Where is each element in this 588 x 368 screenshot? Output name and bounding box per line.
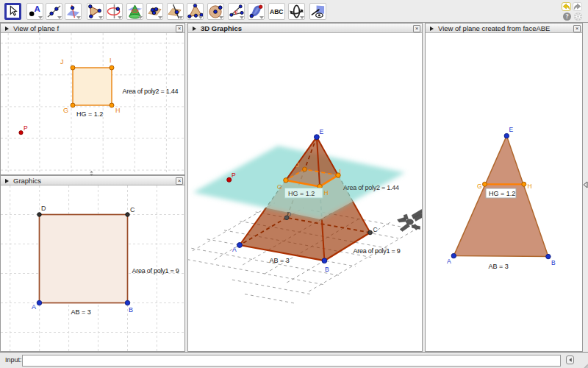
svg-text:C: C bbox=[373, 226, 378, 233]
svg-text:ABC: ABC bbox=[270, 8, 284, 15]
svg-text:HG = 1.2: HG = 1.2 bbox=[489, 190, 515, 197]
svg-text:G: G bbox=[477, 183, 482, 190]
svg-text:A: A bbox=[34, 4, 40, 13]
svg-text:AB = 3: AB = 3 bbox=[71, 308, 91, 316]
svg-text:Area of poly2 = 1.44: Area of poly2 = 1.44 bbox=[123, 88, 179, 95]
svg-text:I: I bbox=[340, 168, 341, 175]
svg-text:G: G bbox=[63, 107, 68, 114]
svg-text:E: E bbox=[509, 126, 514, 133]
svg-text:A: A bbox=[232, 246, 237, 253]
svg-text:AB = 3: AB = 3 bbox=[489, 263, 509, 270]
svg-text:B: B bbox=[325, 266, 329, 273]
svg-text:D: D bbox=[287, 210, 291, 218]
svg-text:Area of poly2 = 1.44: Area of poly2 = 1.44 bbox=[343, 184, 399, 191]
svg-text:A: A bbox=[32, 303, 36, 311]
svg-text:B: B bbox=[551, 259, 556, 266]
svg-text:AB = 3: AB = 3 bbox=[270, 257, 290, 264]
svg-text:B: B bbox=[129, 306, 133, 314]
svg-text:E: E bbox=[320, 128, 324, 135]
svg-text:A: A bbox=[447, 258, 451, 265]
svg-text:H: H bbox=[324, 189, 329, 197]
svg-text:Area of poly1 = 9: Area of poly1 = 9 bbox=[354, 247, 401, 255]
svg-text:J: J bbox=[60, 58, 64, 66]
svg-text:P: P bbox=[24, 124, 28, 132]
svg-text:J: J bbox=[296, 161, 299, 169]
svg-text:D: D bbox=[41, 205, 46, 212]
svg-text:C: C bbox=[130, 206, 135, 213]
svg-text:Area of poly1 = 9: Area of poly1 = 9 bbox=[132, 267, 179, 275]
svg-text:HG = 1.2: HG = 1.2 bbox=[288, 190, 315, 197]
svg-text:G: G bbox=[277, 183, 282, 191]
svg-text:H: H bbox=[115, 107, 121, 114]
svg-text:I: I bbox=[110, 57, 112, 64]
svg-text:HG = 1.2: HG = 1.2 bbox=[76, 110, 103, 118]
svg-text:H: H bbox=[528, 183, 532, 190]
svg-text:P: P bbox=[232, 171, 236, 179]
